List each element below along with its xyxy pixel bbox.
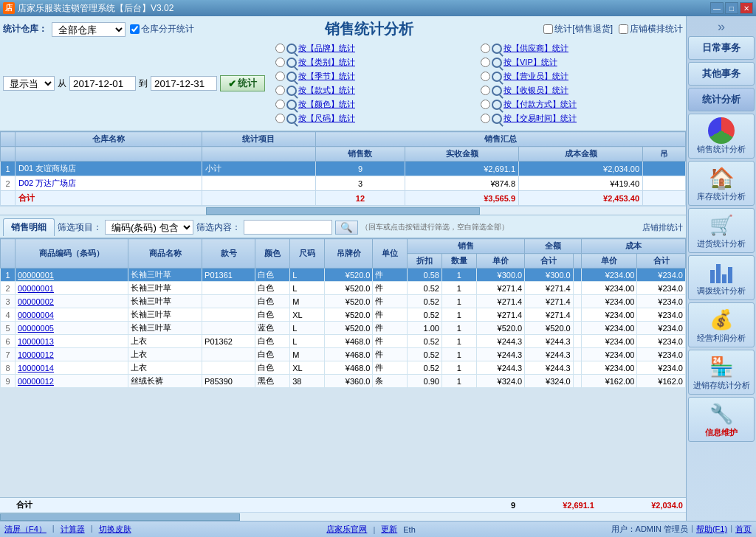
update-link[interactable]: 更新 (381, 524, 397, 535)
filter-item-select[interactable]: 编码(条码) 包含 (105, 220, 193, 235)
sidebar-profit-stat[interactable]: 💰 经营利润分析 (688, 302, 755, 347)
maximize-button[interactable]: □ (725, 2, 738, 14)
summary-row-1[interactable]: 1 D01 友谊商场店 小计 9 ¥2,691.1 ¥2,034.00 (1, 162, 686, 176)
minimize-button[interactable]: — (710, 2, 724, 14)
row2-store[interactable]: D02 万达广场店 (16, 176, 202, 191)
color-link[interactable]: 按【颜色】统计 (298, 99, 355, 110)
time-link[interactable]: 按【交易时间】统计 (504, 113, 577, 124)
detail-row-4[interactable]: 4 00000004 长袖三叶草 白色 XL ¥520.0 件 0.52 1 ¥… (1, 308, 686, 322)
sidebar-btn-stat[interactable]: 统计分析 (688, 88, 755, 111)
split-checkbox[interactable] (130, 24, 140, 34)
from-date-input[interactable] (69, 76, 136, 91)
d5-cunit: ¥234.00 (582, 322, 637, 335)
radio-color-input[interactable] (275, 100, 285, 109)
detail-row-9[interactable]: 9 00000012 丝绒长裤 P85390 黑色 38 ¥360.0 条 0.… (1, 375, 686, 388)
detail-row-5[interactable]: 5 00000005 长袖三叶草 蓝色 L ¥520.0 件 1.00 1 ¥5… (1, 322, 686, 335)
radio-season-input[interactable] (275, 72, 285, 81)
summary-row-2[interactable]: 2 D02 万达广场店 3 ¥874.8 ¥419.40 (1, 176, 686, 191)
radio-supplier-input[interactable] (481, 44, 490, 53)
close-button[interactable]: ✕ (740, 2, 753, 14)
skin-link[interactable]: 切换皮肤 (99, 524, 131, 535)
summary-hscroll[interactable] (0, 206, 686, 215)
size-link[interactable]: 按【尺码】统计 (298, 113, 355, 124)
expand-icon[interactable]: » (688, 18, 755, 36)
stat-return-checkbox[interactable] (543, 24, 553, 34)
filter-content-input[interactable] (244, 220, 332, 235)
sidebar-btn-daily[interactable]: 日常事务 (688, 36, 755, 60)
detail-row-8[interactable]: 8 10000014 上衣 白色 XL ¥468.0 件 0.52 1 ¥244… (1, 361, 686, 375)
row1-store[interactable]: D01 友谊商场店 (16, 162, 202, 176)
to-label: 到 (139, 77, 148, 90)
stat-return-label[interactable]: 统计[销售退货] (543, 23, 613, 35)
d5-code[interactable]: 00000005 (16, 322, 128, 335)
season-link[interactable]: 按【季节】统计 (298, 71, 355, 82)
stat-button[interactable]: ✔ 统计 (220, 75, 265, 91)
d4-code[interactable]: 00000004 (16, 308, 128, 322)
d8-code[interactable]: 10000014 (16, 361, 128, 375)
supplier-link[interactable]: 按【供应商】统计 (504, 43, 568, 54)
radio-cashier-input[interactable] (481, 86, 490, 95)
sales-detail-tab[interactable]: 销售明细 (3, 218, 55, 236)
detail-hscroll[interactable] (0, 512, 686, 521)
detail-row-2[interactable]: 2 00000001 长袖三叶草 白色 L ¥520.0 件 0.52 1 ¥2… (1, 282, 686, 295)
d8-discount: 0.52 (408, 361, 442, 375)
sidebar-integrated-stat[interactable]: 🏪 进销存统计分析 (688, 350, 755, 395)
style-link[interactable]: 按【款式】统计 (298, 85, 355, 96)
home-link[interactable]: 首页 (735, 524, 752, 535)
cashier-link[interactable]: 按【收银员】统计 (504, 85, 568, 96)
th-name: 商品名称 (128, 239, 202, 268)
d4-unit: 件 (373, 308, 408, 322)
d3-qty: 1 (441, 295, 476, 308)
radio-vip-input[interactable] (481, 58, 490, 67)
radio-style-input[interactable] (275, 86, 285, 95)
d2-num: 2 (1, 282, 16, 295)
calculator-link[interactable]: 计算器 (61, 524, 85, 535)
sidebar-inventory-stat[interactable]: 🏠 库存统计分析 (688, 161, 755, 206)
radio-category-input[interactable] (275, 58, 285, 67)
summary-header-sub: 销售数 实收金额 成本金额 吊 (1, 147, 686, 162)
clear-screen-link[interactable]: 清屏（F4） (4, 524, 47, 535)
display-select[interactable]: 显示当月 (3, 76, 55, 91)
sidebar-transfer-stat[interactable]: 调拨统计分析 (688, 255, 755, 300)
radio-size-input[interactable] (275, 114, 285, 123)
to-date-input[interactable] (151, 76, 217, 91)
radio-brand-input[interactable] (275, 44, 285, 53)
vip-link[interactable]: 按【VIP】统计 (504, 57, 557, 68)
store-rank-checkbox[interactable] (619, 24, 628, 34)
title-bar-controls[interactable]: — □ ✕ (710, 2, 753, 14)
sidebar-purchase-stat[interactable]: 🛒 进货统计分析 (688, 208, 755, 253)
d3-code[interactable]: 00000002 (16, 295, 128, 308)
d7-code[interactable]: 10000012 (16, 348, 128, 361)
warehouse-select[interactable]: 全部仓库 (52, 22, 126, 37)
radio-payment-input[interactable] (481, 100, 490, 109)
help-link[interactable]: 帮助(F1) (696, 524, 727, 535)
split-checkbox-label[interactable]: 仓库分开统计 (130, 23, 194, 35)
radio-time-input[interactable] (481, 114, 490, 123)
sidebar-sales-stat[interactable]: 销售统计分析 (688, 114, 755, 159)
detail-row-6[interactable]: 6 10000013 上衣 P01362 白色 L ¥468.0 件 0.52 … (1, 335, 686, 348)
d2-cunit: ¥234.00 (582, 282, 637, 295)
d1-code[interactable]: 00000001 (16, 268, 128, 282)
payment-link[interactable]: 按【付款方式】统计 (504, 99, 577, 110)
sidebar-btn-other[interactable]: 其他事务 (688, 62, 755, 86)
status-left: 清屏（F4） | 计算器 | 切换皮肤 (4, 524, 131, 535)
staff-link[interactable]: 按【营业员】统计 (504, 71, 568, 82)
category-link[interactable]: 按【类别】统计 (298, 57, 355, 68)
th-size: 尺码 (290, 239, 325, 268)
sidebar-info-maintain[interactable]: 🔧 信息维护 (688, 397, 755, 442)
d4-empty (573, 308, 581, 322)
detail-row-7[interactable]: 7 10000012 上衣 白色 M ¥468.0 件 0.52 1 ¥244.… (1, 348, 686, 361)
d5-price: ¥520.0 (324, 322, 373, 335)
detail-row-3[interactable]: 3 00000002 长袖三叶草 白色 M ¥520.0 件 0.52 1 ¥2… (1, 295, 686, 308)
col-num-header (1, 132, 16, 147)
filter-search-button[interactable]: 🔍 (335, 221, 358, 235)
website-link[interactable]: 店家乐官网 (326, 524, 367, 535)
d2-code[interactable]: 00000001 (16, 282, 128, 295)
detail-row-1[interactable]: 1 00000001 长袖三叶草 P01361 白色 L ¥520.0 件 0.… (1, 268, 686, 282)
brand-link[interactable]: 按【品牌】统计 (298, 43, 355, 54)
detail-table-container[interactable]: 商品编码（条码） 商品名称 款号 颜色 尺码 吊牌价 单位 销售 全额 成本 折… (0, 238, 686, 497)
radio-staff-input[interactable] (481, 72, 490, 81)
d9-code[interactable]: 00000012 (16, 375, 128, 388)
store-rank-label[interactable]: 店铺横排统计 (619, 23, 683, 35)
d6-code[interactable]: 10000013 (16, 335, 128, 348)
